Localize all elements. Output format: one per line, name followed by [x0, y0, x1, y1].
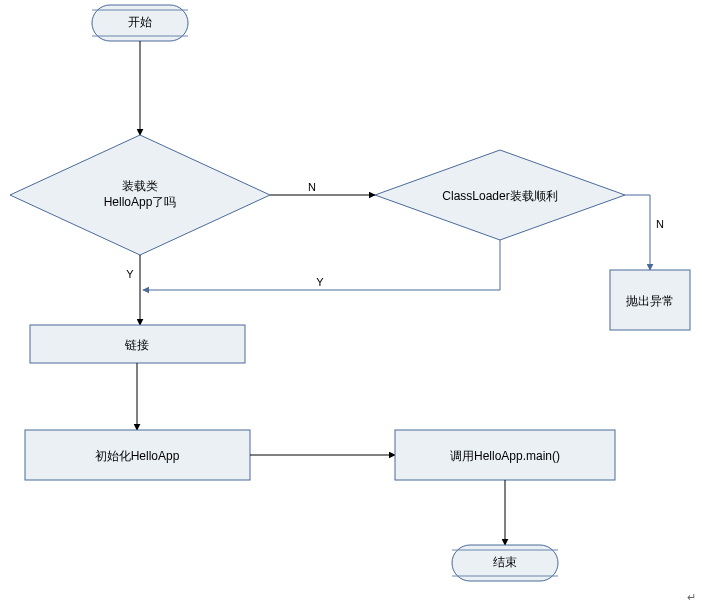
flowchart-canvas: 开始 装载类 HelloApp了吗 classloader diamond --… [0, 0, 702, 610]
footer-return-mark: ↵ [687, 591, 696, 604]
init-label: 初始化HelloApp [95, 449, 180, 463]
link-label: 链接 [124, 338, 149, 352]
start-label: 开始 [128, 15, 152, 29]
loaded-label-2: HelloApp了吗 [104, 195, 177, 209]
node-call: 调用HelloApp.main() [395, 430, 615, 480]
node-start: 开始 [92, 5, 188, 41]
loaded-label-1: 装载类 [122, 179, 158, 193]
edge-label-Y2: Y [316, 276, 324, 288]
node-init: 初始化HelloApp [25, 430, 250, 480]
edge-label-N1: N [308, 181, 316, 193]
node-classloader-decision: ClassLoader装载顺利 [375, 150, 625, 240]
node-throw: 抛出异常 [610, 270, 690, 330]
node-end: 结束 [452, 545, 558, 581]
edge-classloader-N [625, 195, 650, 270]
end-label: 结束 [493, 555, 517, 569]
node-link: 链接 [30, 325, 245, 363]
classloader-label: ClassLoader装载顺利 [442, 189, 557, 203]
node-loaded-decision: 装载类 HelloApp了吗 [10, 135, 270, 255]
throw-label: 抛出异常 [626, 294, 674, 308]
edge-label-Y1: Y [126, 268, 134, 280]
call-label: 调用HelloApp.main() [450, 449, 560, 463]
edge-label-N2: N [656, 218, 664, 230]
